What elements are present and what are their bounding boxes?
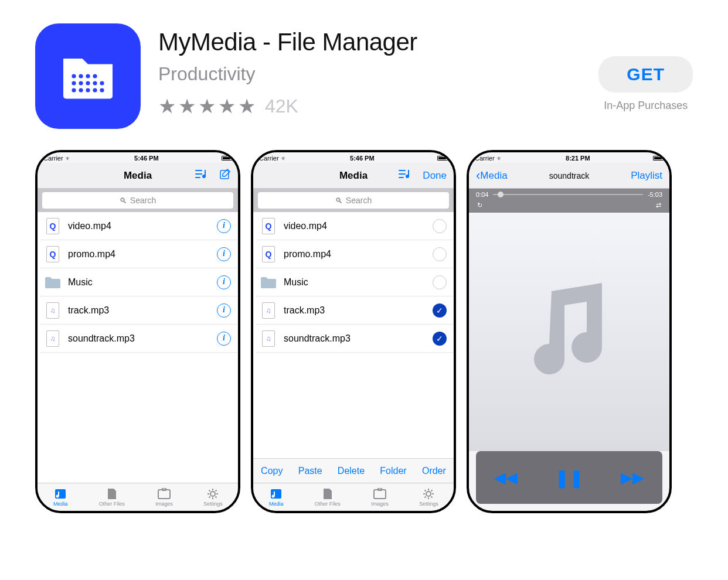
app-icon [35,23,141,129]
audio-file-icon: ♫ [46,302,59,319]
tab-settings[interactable]: Settings [419,487,438,507]
file-name: soundtrack.mp3 [68,333,209,344]
folder-icon [260,276,277,289]
select-checkbox[interactable] [433,275,447,289]
svg-point-7 [100,81,104,85]
playlist-icon[interactable] [398,168,411,183]
tab-images[interactable]: Images [155,487,173,507]
now-playing-title: soundtrack [549,171,589,180]
svg-point-1 [79,74,83,78]
file-row[interactable]: Q video.mp4 i [40,212,238,240]
app-category[interactable]: Productivity [158,63,581,85]
svg-point-11 [86,88,90,92]
shuffle-icon[interactable]: ⇄ [656,202,661,209]
tab-media[interactable]: Media [268,487,284,507]
select-checkbox[interactable]: ✓ [433,303,447,318]
scrubber-track[interactable] [493,194,643,195]
info-button[interactable]: i [217,332,231,346]
edit-action-copy[interactable]: Copy [261,466,283,476]
search-icon: 🔍︎ [335,196,343,205]
done-button[interactable]: Done [423,170,447,182]
info-button[interactable]: i [217,303,231,318]
rating-row[interactable]: ★★★★★ 42K [158,94,581,118]
folder-icon [45,276,61,289]
svg-point-6 [93,81,97,85]
file-row[interactable]: Music [256,268,454,296]
file-name: promo.mp4 [68,249,209,260]
file-name: soundtrack.mp3 [284,333,424,344]
file-name: track.mp3 [68,305,209,316]
music-note-icon [511,274,628,391]
tab-settings[interactable]: Settings [203,487,223,507]
rewind-button[interactable]: ◀◀ [494,469,518,487]
svg-rect-18 [158,490,170,499]
player-scrubber[interactable]: 0:04 -5:03 ↻ ⇄ [469,189,669,213]
tab-images[interactable]: Images [371,487,389,507]
audio-file-icon: ♫ [262,302,275,319]
file-row[interactable]: ♫ track.mp3 ✓ [256,296,454,325]
file-row[interactable]: Q promo.mp4 [256,240,454,268]
battery-icon [437,156,448,161]
audio-file-icon: ♫ [46,330,59,347]
edit-action-folder[interactable]: Folder [380,466,406,476]
select-checkbox[interactable]: ✓ [433,332,447,346]
svg-point-13 [100,88,104,92]
search-input[interactable]: 🔍︎Search [42,192,233,209]
nav-bar: Media [38,163,238,189]
screenshot-3: Carrier ᯤ 8:21 PM ‹Media soundtrack Play… [467,150,672,513]
tab-label: Media [53,501,68,507]
playlist-button[interactable]: Playlist [631,170,662,182]
get-button[interactable]: GET [598,56,693,93]
back-button[interactable]: ‹Media [476,170,508,182]
file-row[interactable]: Music i [40,268,238,296]
remaining-time: -5:03 [648,191,662,198]
tab-other files[interactable]: Other Files [99,487,125,507]
svg-point-5 [86,81,90,85]
file-name: Music [68,277,209,288]
wifi-icon: ᯤ [66,155,72,162]
screenshots-row[interactable]: Carrier ᯤ 5:46 PM Media 🔍︎Search Q [35,150,693,513]
battery-icon [222,156,232,161]
select-checkbox[interactable] [433,247,447,261]
file-name: video.mp4 [68,221,209,231]
edit-action-paste[interactable]: Paste [298,466,322,476]
info-button[interactable]: i [217,275,231,289]
screenshot-2: Carrier ᯤ 5:46 PM Media Done 🔍︎Search Q … [251,150,456,513]
edit-action-delete[interactable]: Delete [338,466,365,476]
svg-point-8 [93,74,97,78]
file-row[interactable]: ♫ soundtrack.mp3 i [40,325,238,353]
repeat-icon[interactable]: ↻ [477,202,482,209]
nav-title: Media [124,170,152,182]
info-button[interactable]: i [217,219,231,233]
select-checkbox[interactable] [433,219,447,233]
svg-point-26 [426,492,431,496]
wifi-icon: ᯤ [281,155,287,162]
playlist-icon[interactable] [195,168,207,183]
app-title: MyMedia - File Manager [158,28,581,56]
info-button[interactable]: i [217,247,231,261]
tab-label: Settings [203,501,223,507]
tab-media[interactable]: Media [53,487,68,507]
audio-file-icon: ♫ [262,330,275,347]
file-row[interactable]: Q video.mp4 [256,212,454,240]
file-name: video.mp4 [284,221,424,231]
search-input[interactable]: 🔍︎Search [258,192,449,209]
svg-rect-24 [374,490,386,499]
svg-point-21 [406,175,409,178]
file-row[interactable]: Q promo.mp4 i [40,240,238,268]
scrubber-thumb[interactable] [498,192,504,197]
tab-label: Images [371,501,389,507]
stars-icon: ★★★★★ [158,94,258,118]
tab-label: Media [269,501,284,507]
pause-button[interactable]: ❚❚ [554,468,584,488]
file-row[interactable]: ♫ track.mp3 i [40,296,238,325]
elapsed-time: 0:04 [476,191,488,198]
svg-point-9 [72,88,76,92]
file-row[interactable]: ♫ soundtrack.mp3 ✓ [256,325,454,353]
forward-button[interactable]: ▶▶ [621,469,644,487]
tab-other files[interactable]: Other Files [315,487,341,507]
edit-action-order[interactable]: Order [422,466,446,476]
rating-count: 42K [265,95,298,117]
tab-icon [320,487,335,500]
compose-icon[interactable] [219,168,231,183]
